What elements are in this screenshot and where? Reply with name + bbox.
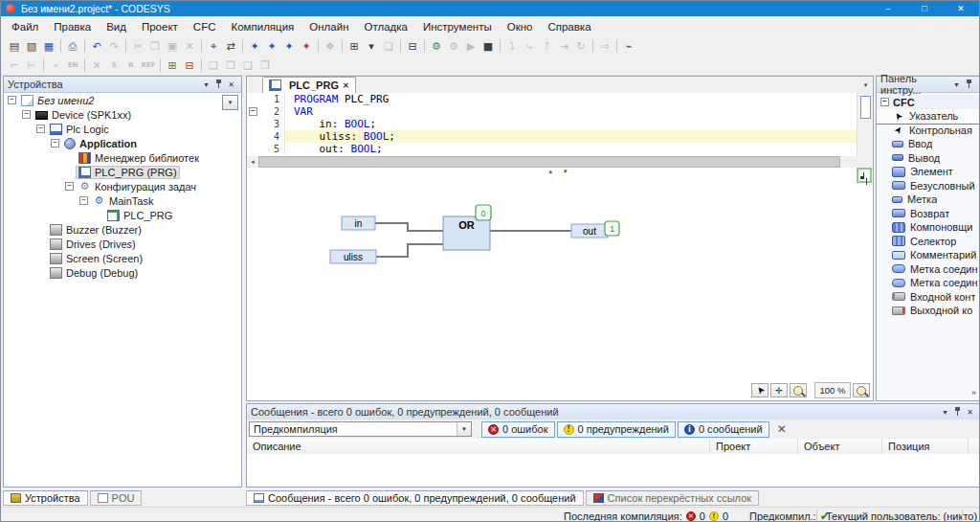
- cfc-editor-canvas[interactable]: in uliss OR 0 out: [247, 175, 873, 384]
- menu-item-3[interactable]: Проект: [134, 18, 186, 35]
- generate-code-button[interactable]: ⊟: [404, 38, 421, 55]
- zoom-mode-button[interactable]: [790, 383, 807, 397]
- messages-pin-icon[interactable]: [954, 407, 961, 417]
- find-button[interactable]: ⌖: [205, 38, 222, 55]
- zoom-level[interactable]: 100 %: [814, 382, 851, 398]
- login-button[interactable]: ⚙: [428, 38, 445, 55]
- messages-close-icon[interactable]: ✕: [964, 408, 976, 417]
- wire-in-to-or[interactable]: [375, 223, 443, 231]
- clear-messages-icon[interactable]: ✕: [777, 422, 787, 436]
- reset-warm-button[interactable]: ↻: [572, 38, 590, 55]
- step-over-button[interactable]: ⤵: [503, 38, 521, 55]
- toolbox-item-input-pin[interactable]: Входной конт: [877, 290, 979, 305]
- menu-item-1[interactable]: Правка: [46, 18, 99, 35]
- tree-item-application[interactable]: −Application: [4, 136, 241, 150]
- order-to-front-button[interactable]: ❏: [205, 57, 222, 74]
- code-line-5[interactable]: 5 out: BOOL;: [247, 143, 858, 155]
- paste-button[interactable]: ▣: [164, 38, 181, 55]
- toolbox-item-selector[interactable]: Селектор: [877, 235, 979, 249]
- negate-button[interactable]: ∘: [47, 57, 64, 74]
- clean-button[interactable]: ❏: [380, 38, 397, 55]
- code-line-2[interactable]: −2VAR: [247, 105, 858, 118]
- devices-close-icon[interactable]: ✕: [225, 80, 237, 89]
- toolbox-item-box[interactable]: Элемент: [877, 165, 979, 179]
- column-header-1[interactable]: Проект: [710, 439, 798, 454]
- refactoring-button[interactable]: ❖: [322, 38, 339, 55]
- menu-item-2[interactable]: Вид: [99, 18, 134, 35]
- collapse-icon[interactable]: −: [36, 125, 45, 133]
- order-backward-button[interactable]: ❒: [256, 57, 274, 74]
- order-to-back-button[interactable]: ❐: [222, 57, 239, 74]
- tree-item-debug[interactable]: Debug (Debug): [4, 265, 241, 280]
- toolbox-dropdown-icon[interactable]: ▾: [950, 80, 963, 89]
- declaration-editor[interactable]: 1PROGRAM PLC_PRG−2VAR3 in: BOOL;4 uliss:…: [247, 93, 858, 156]
- toolbox-item-connection-mark-source[interactable]: Метка соедин: [877, 262, 979, 277]
- delete-button[interactable]: ✕: [181, 38, 198, 55]
- order-forward-button[interactable]: ❑: [239, 57, 256, 74]
- flow-control-button[interactable]: ⇨: [596, 38, 613, 55]
- open-project-button[interactable]: ▧: [23, 38, 40, 55]
- logout-button[interactable]: ⚙: [445, 38, 462, 55]
- close-button[interactable]: ✕: [943, 1, 979, 16]
- run-to-cursor-button[interactable]: ⇥: [555, 38, 572, 55]
- step-into-button[interactable]: ⤷: [521, 38, 538, 55]
- scrollbar-thumb[interactable]: [860, 96, 871, 119]
- stop-button[interactable]: ■: [479, 38, 497, 55]
- toolbox-item-connection-mark-sink[interactable]: Метка соедин: [877, 276, 979, 290]
- messages-list-body[interactable]: [247, 454, 980, 487]
- declare-variable-button[interactable]: ✦: [280, 38, 298, 55]
- tree-item-screen[interactable]: Screen (Screen): [4, 251, 241, 265]
- menu-item-0[interactable]: Файл: [4, 18, 46, 35]
- toolbox-pin-icon[interactable]: [966, 79, 972, 89]
- menu-item-9[interactable]: Окно: [500, 18, 541, 35]
- select-mode-button[interactable]: ➤: [751, 383, 768, 397]
- panel-tab-pou[interactable]: POU: [90, 490, 143, 506]
- view-tab-crossref[interactable]: Список перекрёстных ссылок: [586, 490, 759, 506]
- code-line-4[interactable]: 4 uliss: BOOL;: [247, 130, 858, 143]
- tree-item-maintask[interactable]: −⚙MainTask: [4, 193, 241, 208]
- scroll-left-icon[interactable]: ◂: [247, 158, 258, 166]
- fold-collapse-icon[interactable]: −: [249, 107, 257, 116]
- cfc-output-block-out[interactable]: out: [571, 224, 608, 238]
- copy-button[interactable]: ❐: [146, 38, 164, 55]
- tree-item-buzzer[interactable]: Buzzer (Buzzer): [4, 222, 241, 237]
- toolbox-item-control-point[interactable]: ➤Контрольная: [877, 124, 979, 138]
- zoom-fit-button[interactable]: [853, 383, 870, 397]
- toolbox-item-composer[interactable]: Компоновщи: [877, 220, 979, 235]
- code-line-3[interactable]: 3 in: BOOL;: [247, 118, 858, 130]
- toolbox-item-jump[interactable]: Безусловный: [877, 179, 979, 193]
- menu-item-5[interactable]: Компиляция: [223, 18, 301, 35]
- tree-item-library-manager[interactable]: Менеджер библиотек: [4, 150, 241, 165]
- toolbox-group-cfc[interactable]: − CFC: [877, 95, 979, 109]
- tree-item-project-root[interactable]: −Без имени2: [4, 93, 241, 107]
- start-button[interactable]: ▶: [462, 38, 479, 55]
- redo-button[interactable]: ↷: [105, 38, 122, 55]
- reset-pin-button[interactable]: R: [122, 57, 140, 74]
- tab-overflow-dropdown[interactable]: ▾: [859, 79, 872, 91]
- auto-declare-button[interactable]: ✦: [263, 38, 280, 55]
- en-eno-button[interactable]: EN: [64, 57, 81, 74]
- remove-declaration-button[interactable]: ✦: [298, 38, 315, 55]
- maximize-button[interactable]: □: [906, 1, 943, 16]
- tree-item-task-configuration[interactable]: −⚙Конфигурация задач: [4, 179, 241, 193]
- toolbox-item-input[interactable]: Ввод: [877, 137, 979, 151]
- remove-input-button[interactable]: ⊟: [181, 57, 198, 74]
- toolbox-overflow-chevron-icon[interactable]: »: [971, 388, 976, 397]
- pan-mode-button[interactable]: ✛: [770, 383, 788, 397]
- cut-button[interactable]: ✂: [129, 38, 146, 55]
- tree-item-drives[interactable]: Drives (Drives): [4, 237, 241, 251]
- column-header-0[interactable]: Описание: [247, 439, 710, 454]
- collapse-icon[interactable]: −: [51, 139, 59, 148]
- compile-dropdown-button[interactable]: ▾: [363, 38, 380, 55]
- column-header-2[interactable]: Объект: [798, 439, 882, 454]
- messages-dropdown-icon[interactable]: ▾: [939, 408, 951, 417]
- tab-close-icon[interactable]: ✕: [343, 81, 349, 90]
- declaration-vertical-scrollbar[interactable]: [857, 93, 873, 168]
- menu-item-4[interactable]: CFC: [186, 18, 224, 35]
- declaration-horizontal-scrollbar[interactable]: ◂: [247, 156, 858, 168]
- cfc-input-block-in[interactable]: in: [342, 216, 375, 230]
- wire-uliss-to-or[interactable]: [376, 244, 443, 257]
- menu-item-8[interactable]: Инструменты: [415, 18, 500, 35]
- tree-item-plc-prg[interactable]: PLC_PRG (PRG): [4, 165, 241, 179]
- toolbox-item-pointer[interactable]: ➤Указатель: [877, 109, 979, 124]
